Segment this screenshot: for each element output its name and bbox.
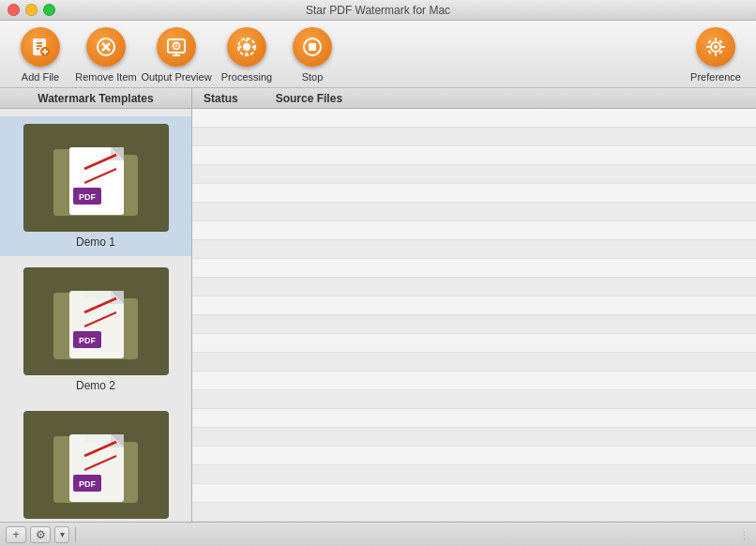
template-item-2q[interactable]: PDF 2q [0,403,191,522]
svg-point-19 [239,45,242,48]
svg-point-17 [246,38,249,41]
preference-button[interactable]: Preference [683,26,748,83]
table-row [192,109,756,128]
table-row [192,390,756,409]
table-row [192,278,756,296]
window-controls[interactable] [8,4,55,16]
table-row [192,221,756,240]
table-row [192,447,756,465]
svg-rect-29 [707,39,711,43]
processing-icon [226,26,267,68]
table-row [192,259,756,278]
pdf-folder-icon-demo1: PDF [49,136,143,220]
minimize-button[interactable] [25,4,38,16]
toolbar: Add File Remove Item [0,21,756,88]
template-thumb-2q: PDF [23,411,169,519]
table-row [192,484,756,503]
bottom-bar: + ⚙ ▾ ⋮ [0,522,756,546]
source-files-column-header: Source Files [276,92,342,105]
svg-rect-27 [706,46,710,48]
svg-text:PDF: PDF [79,479,97,489]
table-row [192,315,756,334]
watermark-templates-header: Watermark Templates [0,88,191,109]
svg-point-16 [243,43,250,51]
add-template-button[interactable]: + [6,526,26,543]
template-thumb-demo1: PDF [23,124,169,232]
output-preview-label: Output Preview [141,71,211,83]
bottom-divider [75,527,76,542]
svg-rect-28 [721,46,725,48]
output-preview-icon [156,26,197,68]
svg-rect-22 [309,43,316,51]
processing-button[interactable]: Processing [214,26,280,83]
svg-text:PDF: PDF [79,192,97,202]
table-row [192,353,756,372]
table-row [192,296,756,315]
table-row [192,203,756,221]
svg-rect-26 [715,53,717,56]
table-row [192,372,756,390]
output-preview-button[interactable]: Output Preview [139,26,214,83]
stop-label: Stop [302,71,324,83]
template-list: PDF Demo 1 [0,109,191,522]
arrow-button[interactable]: ▾ [54,526,69,543]
template-name-demo2: Demo 2 [76,379,115,392]
remove-item-icon [85,26,127,68]
svg-point-24 [714,45,718,49]
title-bar: Star PDF Watermark for Mac [0,0,756,21]
svg-point-14 [175,44,177,46]
table-row [192,165,756,184]
table-row [192,240,756,259]
template-name-demo1: Demo 1 [76,235,115,249]
settings-button[interactable]: ⚙ [30,526,51,543]
preference-icon [695,26,736,68]
stop-button[interactable]: Stop [280,26,345,83]
pdf-folder-icon-2q: PDF [49,423,143,508]
table-row [192,465,756,484]
table-row [192,334,756,353]
remove-item-label: Remove Item [75,71,136,83]
right-panel: Status Source Files [192,88,756,522]
processing-label: Processing [221,71,272,83]
close-button[interactable] [8,4,20,16]
settings-icon: ⚙ [36,528,46,541]
window-title: Star PDF Watermark for Mac [306,4,450,17]
status-column-header: Status [204,92,238,105]
resize-handle: ⋮ [739,530,748,542]
add-file-label: Add File [22,71,59,83]
remove-item-button[interactable]: Remove Item [73,26,139,83]
right-content-area [192,109,756,522]
stop-icon [292,26,333,68]
preference-label: Preference [690,71,741,83]
main-area: Watermark Templates PDF [0,88,756,522]
add-file-button[interactable]: Add File [8,26,73,83]
right-panel-header: Status Source Files [192,88,756,109]
table-row [192,428,756,447]
template-item-demo1[interactable]: PDF Demo 1 [0,116,191,256]
maximize-button[interactable] [43,4,55,16]
left-panel: Watermark Templates PDF [0,88,192,522]
table-row [192,146,756,165]
add-icon: + [12,527,20,541]
table-row [192,503,756,522]
svg-rect-31 [707,50,711,53]
svg-point-18 [246,52,249,54]
table-row [192,409,756,428]
arrow-icon: ▾ [60,529,65,539]
table-row [192,184,756,203]
svg-rect-25 [715,38,717,41]
svg-point-20 [252,45,255,48]
pdf-folder-icon-demo2: PDF [49,280,143,364]
template-thumb-demo2: PDF [23,267,169,375]
add-file-icon [20,26,61,68]
template-item-demo2[interactable]: PDF Demo 2 [0,260,191,400]
svg-text:PDF: PDF [79,336,97,345]
table-row [192,128,756,146]
